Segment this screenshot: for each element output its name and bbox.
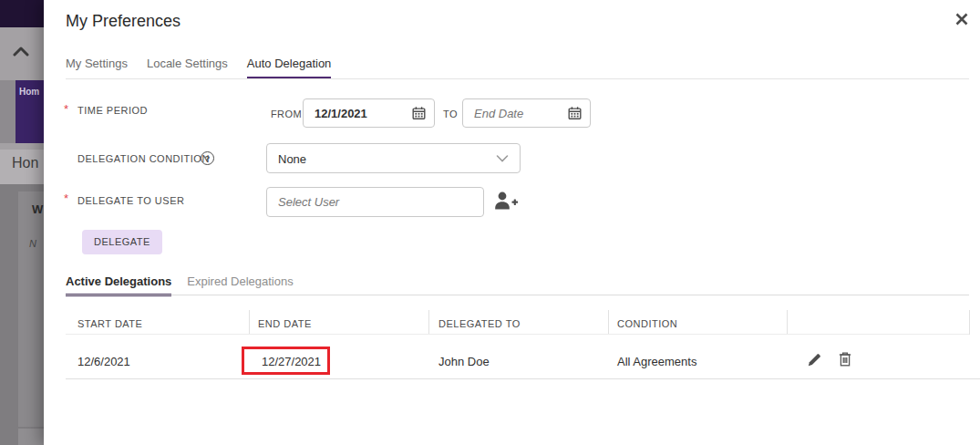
chevron-down-icon: [496, 154, 509, 162]
column-separator: [787, 310, 788, 335]
tabs-divider: [66, 78, 969, 79]
column-separator: [249, 310, 250, 335]
add-user-icon[interactable]: [494, 191, 519, 212]
column-separator: [608, 310, 609, 335]
to-label: TO: [443, 109, 458, 119]
preferences-tabs: My Settings Locale Settings Auto Delegat…: [66, 57, 331, 79]
column-header-start-date: START DATE: [77, 318, 142, 329]
cell-condition: All Agreements: [617, 355, 696, 368]
tab-active-delegations[interactable]: Active Delegations: [66, 274, 171, 296]
calendar-icon[interactable]: [412, 107, 426, 120]
delegations-tabs-divider: [66, 295, 969, 295]
edit-icon[interactable]: [808, 353, 821, 367]
delegation-condition-label: DELEGATION CONDITION: [77, 153, 210, 164]
delegate-button[interactable]: DELEGATE: [82, 230, 162, 254]
cell-delegated-to: John Doe: [438, 355, 490, 368]
cell-start-date: 12/6/2021: [77, 355, 130, 368]
page-heading: Hon: [12, 155, 38, 171]
delegate-user-input[interactable]: [267, 188, 483, 216]
column-separator: [428, 310, 429, 335]
tab-my-settings[interactable]: My Settings: [66, 57, 128, 79]
tab-expired-delegations[interactable]: Expired Delegations: [187, 274, 293, 296]
from-label: FROM: [271, 109, 302, 119]
page-card: [18, 191, 44, 427]
page-card-footer: [18, 429, 44, 445]
delegations-tabs: Active Delegations Expired Delegations: [66, 274, 294, 296]
table-header-divider: [66, 334, 969, 335]
delegation-condition-value: None: [278, 151, 306, 165]
delegate-user-field: [266, 187, 484, 217]
column-header-delegated-to: DELEGATED TO: [438, 318, 521, 329]
required-marker: *: [64, 102, 68, 116]
background-page: Hom Hon W N: [0, 0, 44, 445]
time-period-label: TIME PERIOD: [77, 105, 148, 116]
required-marker: *: [64, 191, 68, 205]
modal-title: My Preferences: [66, 12, 181, 31]
tab-auto-delegation[interactable]: Auto Delegation: [247, 57, 332, 79]
table-row-divider: [66, 378, 980, 379]
delegate-to-user-label: DELEGATE TO USER: [77, 195, 184, 206]
collapse-chevron-icon[interactable]: [12, 44, 30, 60]
close-icon[interactable]: [954, 12, 971, 28]
to-date-field: [462, 98, 591, 128]
column-header-condition: CONDITION: [617, 318, 677, 329]
cell-end-date: 12/27/2021: [262, 355, 321, 368]
column-separator: [969, 310, 970, 335]
nav-tab-home[interactable]: Hom: [15, 80, 44, 143]
page-card-note: N: [29, 238, 36, 249]
page-card-title: W: [32, 202, 43, 216]
my-preferences-modal: My Preferences My Settings Locale Settin…: [44, 0, 980, 445]
app-header-bar: [0, 0, 44, 27]
calendar-icon[interactable]: [568, 107, 582, 120]
screen: Hom Hon W N My Preferences My Settings L…: [0, 0, 980, 445]
tab-locale-settings[interactable]: Locale Settings: [147, 57, 228, 79]
delete-icon[interactable]: [839, 352, 851, 367]
column-header-end-date: END DATE: [258, 318, 312, 329]
from-date-field: [303, 98, 435, 128]
delegation-condition-select[interactable]: None: [266, 143, 521, 173]
help-icon[interactable]: ?: [201, 151, 214, 165]
